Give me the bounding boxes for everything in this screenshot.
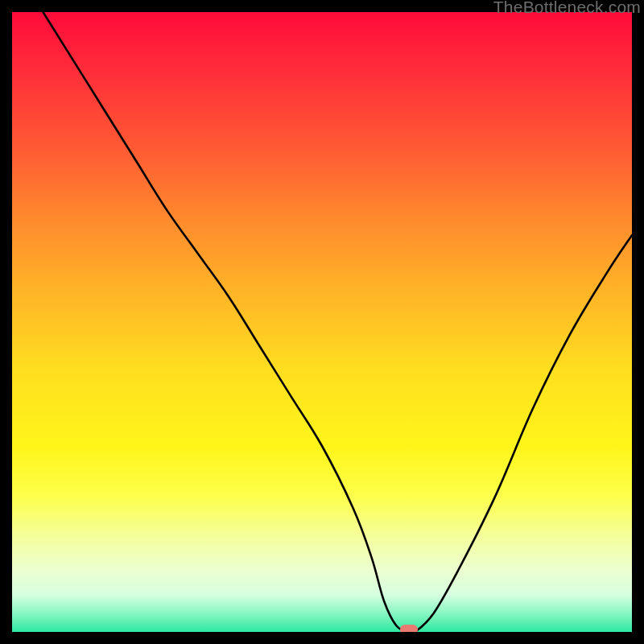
watermark-text: TheBottleneck.com — [493, 0, 641, 17]
plot-area — [12, 12, 632, 632]
chart-frame: TheBottleneck.com — [0, 0, 644, 644]
optimum-marker — [400, 625, 418, 632]
bottleneck-curve — [12, 12, 632, 632]
